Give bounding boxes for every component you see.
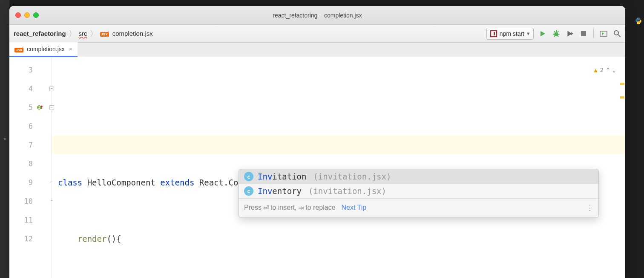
gutter[interactable]: 3 4 − 5 I − 6 7 8 9 ⌐ 10 ⌐ 11 12 bbox=[9, 57, 52, 278]
completion-popup[interactable]: c Invitation (invitation.jsx) c Inventor… bbox=[239, 169, 599, 218]
window-title: react_refactoring – completion.jsx bbox=[273, 12, 362, 19]
line-number: 8 bbox=[29, 159, 33, 168]
line-number: 9 bbox=[29, 178, 33, 187]
breadcrumb-separator: 〉 bbox=[90, 29, 98, 39]
next-problem-button[interactable]: ⌄ bbox=[612, 61, 616, 79]
window-minimize-button[interactable] bbox=[24, 12, 30, 18]
coverage-button[interactable] bbox=[566, 30, 574, 38]
prev-problem-button[interactable]: ⌃ bbox=[606, 61, 610, 79]
dropdown-arrow-icon: ▾ bbox=[527, 30, 530, 37]
code-area[interactable]: class HelloComponent extends React.Compo… bbox=[52, 57, 625, 278]
run-button[interactable] bbox=[539, 30, 546, 38]
run-anything-button[interactable] bbox=[600, 30, 607, 38]
window-close-button[interactable] bbox=[15, 12, 21, 18]
line-number: 3 bbox=[29, 66, 33, 74]
class-badge-icon: c bbox=[244, 172, 253, 181]
stop-button[interactable] bbox=[580, 30, 587, 38]
completion-location: (invitation.jsx) bbox=[308, 186, 386, 196]
line-number: 4 bbox=[29, 84, 33, 93]
warning-icon: ▲ bbox=[594, 61, 597, 79]
svg-rect-3 bbox=[494, 32, 495, 35]
more-options-button[interactable]: ⋮ bbox=[586, 203, 593, 212]
breadcrumb-project[interactable]: react_refactoring bbox=[14, 30, 66, 37]
line-number: 11 bbox=[24, 216, 33, 224]
problems-widget[interactable]: ▲ 2 ⌃ ⌄ bbox=[594, 61, 616, 79]
breadcrumb-separator: 〉 bbox=[69, 29, 76, 39]
line-number: 6 bbox=[29, 122, 33, 130]
background-sidebar: ★ bbox=[0, 0, 9, 278]
run-config-selector[interactable]: npm start ▾ bbox=[486, 28, 534, 40]
editor-tab-bar: JSX completion.jsx × bbox=[9, 43, 625, 57]
class-badge-icon: c bbox=[244, 186, 253, 196]
completion-item[interactable]: c Invitation (invitation.jsx) bbox=[239, 169, 598, 184]
npm-icon bbox=[490, 30, 497, 37]
tab-label: completion.jsx bbox=[27, 46, 65, 52]
editor[interactable]: 3 4 − 5 I − 6 7 8 9 ⌐ 10 ⌐ 11 12 class H… bbox=[9, 57, 625, 278]
window-maximize-button[interactable] bbox=[33, 12, 39, 18]
svg-point-0 bbox=[637, 18, 638, 18]
python-icon bbox=[635, 17, 642, 25]
svg-point-1 bbox=[639, 23, 640, 24]
completion-footer: Press ⏎ to insert, ⇥ to replace Next Tip… bbox=[239, 198, 598, 217]
titlebar: react_refactoring – completion.jsx bbox=[9, 6, 625, 25]
breadcrumb-file[interactable]: completion.jsx bbox=[112, 30, 153, 37]
line-number: 7 bbox=[29, 141, 33, 149]
run-config-label: npm start bbox=[500, 30, 524, 37]
tab-close-button[interactable]: × bbox=[69, 46, 72, 52]
jsx-file-icon: JSX bbox=[100, 32, 109, 37]
override-icon[interactable]: I bbox=[37, 104, 43, 110]
svg-rect-5 bbox=[581, 31, 586, 36]
breadcrumb-folder[interactable]: src bbox=[79, 30, 87, 37]
enter-key-icon: ⏎ bbox=[263, 204, 269, 212]
next-tip-link[interactable]: Next Tip bbox=[342, 204, 367, 211]
search-everywhere-button[interactable] bbox=[613, 30, 621, 38]
toolbar: react_refactoring 〉 src 〉 JSX completion… bbox=[9, 25, 625, 43]
completion-item[interactable]: c Inventory (invitation.jsx) bbox=[239, 184, 598, 198]
svg-text:I: I bbox=[38, 106, 40, 110]
jsx-file-icon: JSX bbox=[14, 48, 23, 52]
line-number: 10 bbox=[24, 197, 33, 206]
tab-key-icon: ⇥ bbox=[298, 204, 304, 212]
ide-window: react_refactoring – completion.jsx react… bbox=[9, 6, 625, 278]
debug-button[interactable] bbox=[552, 30, 560, 38]
completion-location: (invitation.jsx) bbox=[313, 172, 391, 181]
editor-tab-active[interactable]: JSX completion.jsx × bbox=[9, 42, 78, 57]
line-number: 5 bbox=[29, 103, 33, 112]
breadcrumb[interactable]: react_refactoring 〉 src 〉 JSX completion… bbox=[14, 29, 153, 39]
line-number: 12 bbox=[24, 235, 33, 243]
warning-count: 2 bbox=[600, 61, 604, 79]
